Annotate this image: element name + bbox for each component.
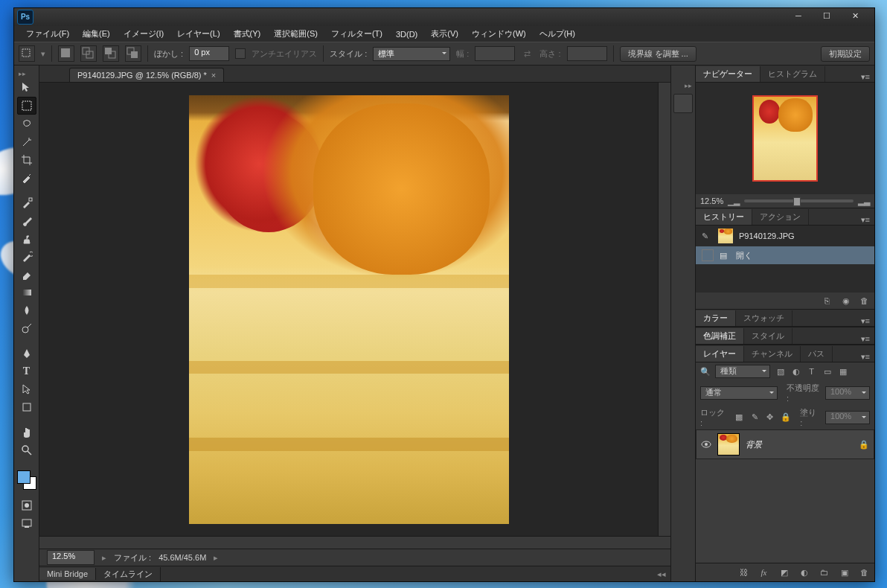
menu-image[interactable]: イメージ(I) [119, 27, 168, 41]
tab-actions[interactable]: アクション [752, 209, 809, 225]
menu-edit[interactable]: 編集(E) [78, 27, 115, 41]
intersect-selection-icon[interactable] [125, 45, 141, 62]
filter-smart-icon[interactable]: ▦ [837, 366, 848, 377]
layer-filter-kind[interactable]: 種類 [715, 365, 770, 378]
brush-tool[interactable] [18, 213, 36, 229]
menu-3d[interactable]: 3D(D) [391, 28, 422, 40]
tab-color[interactable]: カラー [696, 310, 736, 326]
subtract-selection-icon[interactable] [103, 45, 119, 62]
type-tool[interactable]: T [18, 363, 36, 380]
pen-tool[interactable] [18, 345, 36, 362]
tab-adjustments[interactable]: 色調補正 [696, 328, 744, 344]
v-scrollbar[interactable] [658, 83, 670, 536]
layer-item[interactable]: 背景 🔒 [696, 429, 874, 459]
width-field[interactable] [475, 46, 515, 61]
menu-file[interactable]: ファイル(F) [22, 27, 74, 41]
bottom-collapse-icon[interactable]: ◂◂ [653, 569, 670, 579]
healing-brush-tool[interactable] [18, 195, 36, 211]
panel-menu-icon[interactable]: ▾≡ [856, 316, 874, 326]
menu-help[interactable]: ヘルプ(H) [535, 27, 580, 41]
tab-timeline[interactable]: タイムライン [96, 567, 161, 581]
mask-icon[interactable]: ◩ [778, 567, 790, 578]
history-snapshot[interactable]: ✎ P9140129.JPG [696, 226, 874, 246]
menu-select[interactable]: 選択範囲(S) [269, 27, 322, 41]
group-icon[interactable]: 🗀 [819, 567, 830, 578]
style-dropdown[interactable]: 標準 [373, 47, 450, 61]
tab-navigator[interactable]: ナビゲーター [696, 66, 760, 82]
lock-all-icon[interactable]: 🔒 [780, 412, 791, 423]
panel-menu-icon[interactable]: ▾≡ [856, 72, 874, 82]
nav-zoom-slider[interactable] [744, 199, 854, 202]
trash-icon[interactable]: 🗑 [859, 567, 870, 578]
link-layers-icon[interactable]: ⛓ [738, 567, 749, 578]
magic-wand-tool[interactable] [18, 134, 36, 150]
opacity-field[interactable]: 100% [825, 386, 870, 400]
fx-icon[interactable]: fx [758, 567, 769, 578]
lock-transparency-icon[interactable]: ▩ [734, 412, 745, 423]
tab-histogram[interactable]: ヒストグラム [760, 66, 825, 82]
tab-mini-bridge[interactable]: Mini Bridge [39, 568, 96, 580]
history-brush-tool[interactable] [18, 249, 36, 265]
zoom-tool[interactable] [18, 442, 36, 458]
panel-collapse-icon[interactable]: ▸▸ [14, 68, 26, 77]
collapsed-panel-icon[interactable] [673, 94, 693, 113]
tool-preset-icon[interactable] [19, 45, 35, 62]
filter-type-icon[interactable]: T [806, 366, 817, 377]
new-selection-icon[interactable] [58, 45, 74, 62]
zoom-in-icon[interactable]: ▂▃ [858, 196, 870, 206]
feather-field[interactable]: 0 px [189, 46, 229, 61]
crop-tool[interactable] [18, 152, 36, 168]
navigator-panel[interactable] [696, 83, 874, 194]
tab-layers[interactable]: レイヤー [696, 346, 744, 362]
document-tab[interactable]: P9140129.JPG @ 12.5% (RGB/8) * × [69, 68, 224, 82]
history-step[interactable]: ▤ 開く [696, 246, 874, 264]
move-tool[interactable] [18, 79, 36, 95]
lasso-tool[interactable] [18, 116, 36, 132]
filter-adjust-icon[interactable]: ◐ [790, 366, 801, 377]
panel-corner-icon[interactable] [44, 68, 59, 80]
adjustment-layer-icon[interactable]: ◐ [798, 567, 810, 578]
canvas[interactable] [39, 83, 658, 536]
expand-icon[interactable]: ▸▸ [685, 82, 695, 89]
titlebar[interactable]: Ps ─ ☐ ✕ [14, 8, 874, 26]
refine-edge-button[interactable]: 境界線 を調整 ... [620, 46, 697, 62]
zoom-field[interactable]: 12.5% [47, 550, 95, 565]
tab-history[interactable]: ヒストリー [696, 209, 752, 225]
menu-window[interactable]: ウィンドウ(W) [467, 27, 531, 41]
tab-swatches[interactable]: スウォッチ [736, 310, 792, 326]
quickmask-toggle[interactable] [18, 497, 36, 514]
nav-zoom-value[interactable]: 12.5% [700, 196, 723, 205]
menu-filter[interactable]: フィルター(T) [327, 27, 387, 41]
tab-styles[interactable]: スタイル [744, 328, 792, 344]
filter-pixel-icon[interactable]: ▧ [775, 366, 786, 377]
new-snapshot-icon[interactable]: ◉ [840, 295, 851, 306]
tab-channels[interactable]: チャンネル [744, 346, 801, 362]
filter-shape-icon[interactable]: ▭ [822, 366, 833, 377]
panel-menu-icon[interactable]: ▾≡ [856, 215, 874, 225]
dodge-tool[interactable] [18, 320, 36, 336]
height-field[interactable] [567, 46, 607, 61]
foreground-color[interactable] [17, 470, 31, 484]
antialias-checkbox[interactable] [235, 48, 246, 59]
marquee-tool[interactable] [17, 97, 36, 115]
screenmode-toggle[interactable] [18, 515, 36, 531]
eraser-tool[interactable] [18, 266, 36, 283]
menu-layer[interactable]: レイヤー(L) [173, 27, 224, 41]
h-scrollbar[interactable] [39, 536, 670, 549]
new-layer-icon[interactable]: ▣ [839, 567, 850, 578]
zoom-out-icon[interactable]: ▁▂ [728, 196, 740, 206]
minimize-button[interactable]: ─ [790, 12, 807, 22]
blend-mode-dropdown[interactable]: 通常 [700, 386, 778, 400]
maximize-button[interactable]: ☐ [818, 12, 836, 22]
path-select-tool[interactable] [18, 381, 36, 397]
panel-menu-icon[interactable]: ▾≡ [856, 334, 874, 344]
swap-wh-icon[interactable]: ⇄ [521, 49, 534, 59]
workspace-preset-button[interactable]: 初期設定 [821, 46, 870, 62]
lock-position-icon[interactable]: ✥ [764, 412, 775, 423]
menu-view[interactable]: 表示(V) [426, 27, 463, 41]
layer-name[interactable]: 背景 [746, 439, 762, 450]
panel-menu-icon[interactable]: ▾≡ [856, 352, 874, 362]
tab-paths[interactable]: パス [801, 346, 833, 362]
menu-type[interactable]: 書式(Y) [229, 27, 266, 41]
hand-tool[interactable] [18, 424, 36, 441]
